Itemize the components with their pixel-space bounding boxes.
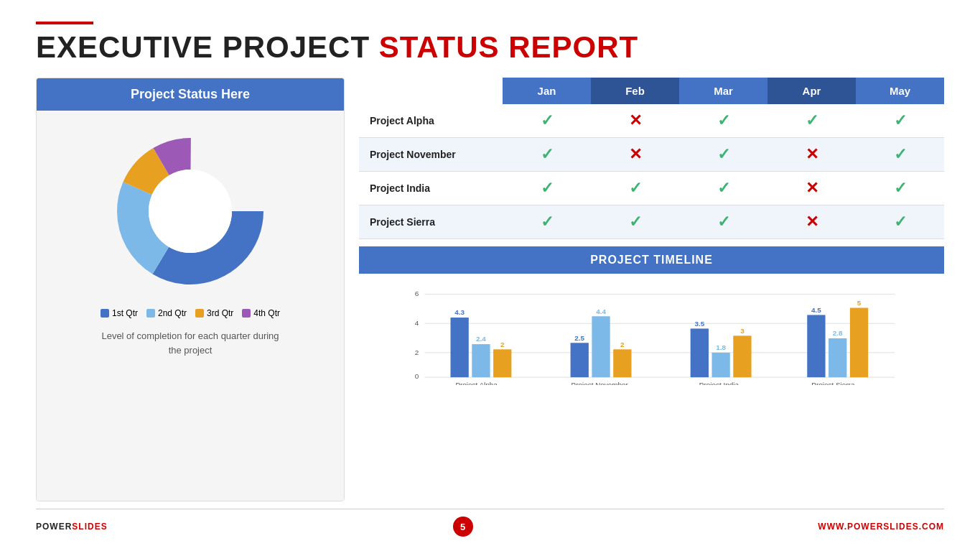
legend-item-3rd: 3rd Qtr <box>195 308 233 318</box>
check-icon: ✓ <box>894 213 907 231</box>
table-header-jan: Jan <box>503 78 591 104</box>
bar-label-alpha-blue: 4.3 <box>454 308 465 316</box>
table-cell-3-0: ✓ <box>503 205 591 239</box>
bar-label-nov-lightblue: 4.4 <box>596 307 606 315</box>
status-table: Jan Feb Mar Apr May Project Alpha✓✕✓✓✓Pr… <box>359 78 944 239</box>
footer-brand-red: SLIDES <box>72 522 107 532</box>
table-cell-1-2: ✓ <box>679 138 767 172</box>
y-label-0: 0 <box>415 372 419 380</box>
table-cell-2-0: ✓ <box>503 172 591 205</box>
check-icon: ✓ <box>806 111 818 129</box>
bar-xlabel-alpha: Project Alpha <box>455 381 498 385</box>
donut-label-2nd: 3.2 <box>156 222 170 233</box>
check-icon: ✓ <box>541 213 554 231</box>
donut-label-3rd: 1.4 <box>168 180 180 190</box>
bar-sierra-orange <box>850 308 868 378</box>
page-title: EXECUTIVE PROJECT STATUS REPORT <box>36 30 944 65</box>
donut-label-4th: 1.2 <box>181 171 193 181</box>
check-icon: ✓ <box>541 145 554 163</box>
legend-item-2nd: 2nd Qtr <box>146 308 187 318</box>
table-cell-0-4: ✓ <box>856 104 944 138</box>
bar-xlabel-india: Project India <box>699 381 739 385</box>
check-icon: ✓ <box>717 213 730 231</box>
table-cell-1-0: ✓ <box>503 138 591 172</box>
bar-xlabel-sierra: Project Sierra <box>811 381 855 385</box>
cross-icon: ✕ <box>806 213 818 231</box>
table-cell-3-2: ✓ <box>679 205 767 239</box>
legend-color-2nd <box>146 309 155 318</box>
table-project-name-3: Project Sierra <box>359 205 503 239</box>
table-cell-2-3: ✕ <box>767 172 856 205</box>
bar-nov-orange <box>613 349 631 377</box>
table-cell-0-0: ✓ <box>503 104 591 138</box>
legend-label-4th: 4th Qtr <box>253 308 280 318</box>
legend-label-3rd: 3rd Qtr <box>207 308 233 318</box>
bar-label-alpha-orange: 2 <box>500 341 505 348</box>
donut-chart: 8.2 3.2 1.2 1.4 <box>104 125 276 297</box>
bar-label-sierra-orange: 5 <box>857 299 862 307</box>
y-label-2: 2 <box>415 348 419 356</box>
table-project-name-0: Project Alpha <box>359 104 503 138</box>
table-cell-2-4: ✓ <box>856 172 944 205</box>
bar-alpha-blue <box>451 318 469 377</box>
legend-color-4th <box>242 309 251 318</box>
check-icon: ✓ <box>894 145 907 163</box>
legend-label-1st: 1st Qtr <box>112 308 138 318</box>
bar-chart-area: 6 4 2 0 4.3 <box>359 281 944 395</box>
table-cell-2-2: ✓ <box>679 172 767 205</box>
bar-label-alpha-lightblue: 2.4 <box>476 335 486 343</box>
donut-label-1st: 8.2 <box>210 198 225 210</box>
footer-page-number: 5 <box>453 517 473 537</box>
footer-brand: POWERSLIDES <box>36 522 108 532</box>
table-cell-0-1: ✕ <box>591 104 679 138</box>
bar-alpha-orange <box>493 349 511 377</box>
bar-nov-lightblue <box>592 316 610 377</box>
y-label-4: 4 <box>415 319 419 327</box>
cross-icon: ✕ <box>806 145 818 163</box>
bar-sierra-lightblue <box>829 338 846 377</box>
table-cell-3-3: ✕ <box>767 205 856 239</box>
check-icon: ✓ <box>717 145 730 163</box>
title-red: STATUS REPORT <box>379 30 638 64</box>
legend-item-1st: 1st Qtr <box>101 308 138 318</box>
left-panel-body: 8.2 3.2 1.2 1.4 1st Qtr 2nd Qtr <box>37 111 344 501</box>
legend-color-1st <box>101 309 109 318</box>
bar-label-nov-orange: 2 <box>620 341 625 348</box>
bar-india-orange <box>733 335 751 377</box>
table-cell-0-3: ✓ <box>767 104 856 138</box>
check-icon: ✓ <box>717 111 730 129</box>
bar-label-sierra-lightblue: 2.8 <box>833 329 843 337</box>
right-panel: Jan Feb Mar Apr May Project Alpha✓✕✓✓✓Pr… <box>359 78 944 501</box>
legend-label-2nd: 2nd Qtr <box>158 308 187 318</box>
page: EXECUTIVE PROJECT STATUS REPORT Project … <box>0 0 980 551</box>
table-header-may: May <box>856 78 944 104</box>
check-icon: ✓ <box>894 111 907 129</box>
table-cell-2-1: ✓ <box>591 172 679 205</box>
check-icon: ✓ <box>541 179 554 197</box>
content-area: Project Status Here <box>36 78 944 501</box>
donut-hole <box>149 170 232 253</box>
cross-icon: ✕ <box>629 111 642 129</box>
table-cell-1-3: ✕ <box>767 138 856 172</box>
table-header-mar: Mar <box>679 78 767 104</box>
table-project-name-2: Project India <box>359 172 503 205</box>
left-panel: Project Status Here <box>36 78 345 501</box>
table-project-name-1: Project November <box>359 138 503 172</box>
left-panel-title: Project Status Here <box>37 78 344 111</box>
cross-icon: ✕ <box>806 179 818 197</box>
check-icon: ✓ <box>629 179 642 197</box>
table-cell-0-2: ✓ <box>679 104 767 138</box>
bar-nov-blue <box>571 343 589 377</box>
bar-label-india-orange: 3 <box>740 327 745 335</box>
check-icon: ✓ <box>894 179 907 197</box>
title-black: EXECUTIVE PROJECT <box>36 30 379 64</box>
donut-legend: 1st Qtr 2nd Qtr 3rd Qtr 4th Qtr <box>101 308 280 318</box>
bar-india-blue <box>691 328 709 377</box>
footer-url: WWW.POWERSLIDES.COM <box>818 522 944 532</box>
table-cell-3-1: ✓ <box>591 205 679 239</box>
legend-item-4th: 4th Qtr <box>242 308 280 318</box>
table-cell-1-4: ✓ <box>856 138 944 172</box>
bar-alpha-lightblue <box>472 344 490 377</box>
footer-brand-black: POWER <box>36 522 72 532</box>
bar-label-india-lightblue: 1.8 <box>716 343 726 351</box>
